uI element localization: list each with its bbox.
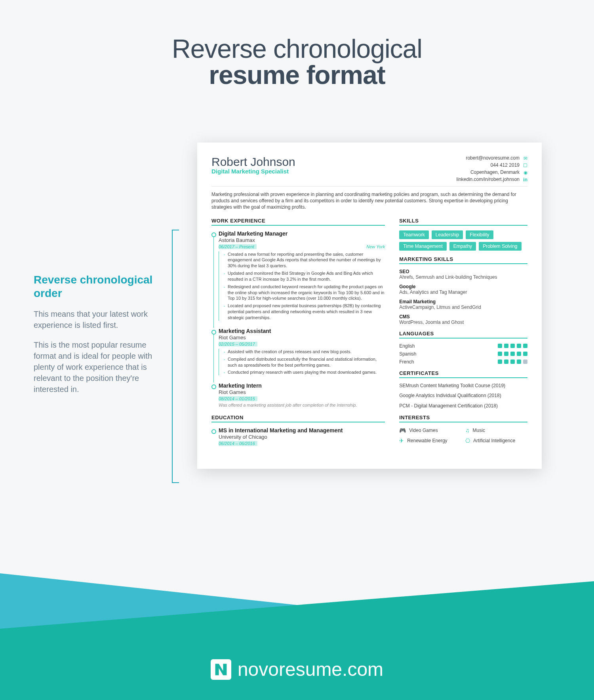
contact-location: Copenhagen, Denmark [470, 169, 520, 175]
lang-dot [504, 352, 508, 356]
skill-desc: Ads, Analytics and Tag Manager [399, 289, 527, 295]
resume-card: Robert Johnson Digital Marketing Special… [197, 143, 542, 469]
school: University of Chicago [219, 434, 385, 440]
section-skills: SKILLS [399, 218, 527, 226]
lang-dots [498, 360, 527, 364]
job-bullet: Created a new format for reporting and p… [224, 251, 385, 269]
lang-dot [523, 352, 527, 356]
skill-pill: Time Management [399, 242, 447, 251]
job-dates: 08/2014 – 01/2015 [219, 396, 257, 401]
job-entry: Digital Marketing Manager Astoria Baumax… [211, 230, 385, 321]
job-note: Was offered a marketing assistant job af… [219, 403, 385, 407]
interest-label: Music [473, 428, 485, 433]
certificate: Google Analytics Individual Qualificatio… [399, 393, 527, 399]
lang-dot [510, 344, 515, 348]
skill-name: SEO [399, 269, 527, 274]
skill-pill: Flexibility [466, 230, 493, 239]
section-certs: CERTIFICATES [399, 370, 527, 378]
certificate: SEMrush Content Marketing Toolkit Course… [399, 383, 527, 389]
marketing-skill: GoogleAds, Analytics and Tag Manager [399, 284, 527, 295]
soft-skill-pills: TeamworkLeadershipFlexibilityTime Manage… [399, 230, 527, 251]
contact-email: robert@novoresume.com [466, 155, 520, 161]
header-line1: Reverse chronological [0, 34, 594, 64]
contact-phone: 044 412 2019 [491, 162, 520, 168]
interest-item: ✈Renewable Energy [399, 438, 461, 444]
lang-dot [523, 344, 527, 348]
interest-item: ♫Music [465, 427, 527, 434]
job-bullets: Created a new format for reporting and p… [219, 251, 385, 321]
linkedin-icon: in [523, 177, 527, 182]
contact-linkedin: linkedin.com/in/robert.johnson [457, 177, 520, 182]
lang-dots [498, 352, 527, 356]
job-title: Marketing Intern [219, 382, 385, 389]
interest-icon: ⎔ [465, 438, 470, 444]
certificate: PCM - Digital Management Certification (… [399, 403, 527, 409]
lang-name: Spanish [399, 351, 416, 357]
lang-name: English [399, 343, 415, 349]
job-dates: 06/2017 – Present [219, 244, 257, 249]
section-languages: LANGUAGES [399, 331, 527, 339]
skill-name: CMS [399, 314, 527, 320]
lang-dot [517, 352, 521, 356]
section-interests: INTERESTS [399, 415, 527, 422]
callout-title: Reverse chronological order [34, 273, 164, 300]
job-entry: Marketing Assistant Riot Games 02/2015 –… [211, 328, 385, 375]
section-mkskills: MARKETING SKILLS [399, 256, 527, 264]
marketing-skill: SEOAhrefs, Semrush and Link-building Tec… [399, 269, 527, 280]
contact-block: robert@novoresume.com✉ 044 412 2019☐ Cop… [457, 155, 527, 184]
marketing-skill: CMSWordPress, Joomla and Ghost [399, 314, 527, 325]
logo-icon [211, 659, 231, 680]
lang-dot [504, 360, 508, 364]
skill-desc: Ahrefs, Semrush and Link-building Techni… [399, 274, 527, 280]
interest-label: Artificial Intelligence [473, 438, 515, 443]
language-row: Spanish [399, 351, 527, 357]
interest-icon: ♫ [465, 427, 470, 434]
job-bullet: Conducted primary research with users pl… [224, 369, 385, 375]
skill-desc: WordPress, Joomla and Ghost [399, 320, 527, 325]
job-bullet: Updated and monitored the Bid Strategy i… [224, 270, 385, 282]
callout-para2: This is the most popular resume format a… [34, 339, 164, 395]
lang-dot [523, 360, 527, 364]
interest-icon: ✈ [399, 438, 404, 444]
callout-para1: This means that your latest work experie… [34, 308, 164, 331]
skill-pill: Problem Solving [479, 242, 521, 251]
resume-summary: Marketing professional with proven exper… [211, 191, 527, 215]
lang-dot [510, 352, 515, 356]
skill-pill: Empathy [449, 242, 476, 251]
skill-name: Email Marketing [399, 299, 527, 304]
job-bullet: Compiled and distributed successfully th… [224, 356, 385, 368]
interest-item: 🎮Video Games [399, 427, 461, 434]
job-title: Digital Marketing Manager [219, 230, 385, 237]
job-location: New York [366, 244, 385, 249]
language-row: French [399, 359, 527, 365]
pin-icon: ◉ [523, 170, 527, 175]
brand-text: novoresume.com [238, 658, 383, 680]
education-entry: MS in International Marketing and Manage… [211, 427, 385, 446]
lang-name: French [399, 359, 414, 365]
language-row: English [399, 343, 527, 349]
lang-dot [504, 344, 508, 348]
job-bullets: Assisted with the creation of press rele… [219, 349, 385, 375]
job-dates: 02/2015 – 05/2017 [219, 342, 257, 346]
phone-icon: ☐ [523, 163, 527, 167]
skill-desc: ActiveCampaign, Litmus and SendGrid [399, 304, 527, 310]
job-bullet: Redesigned and conducted keyword researc… [224, 284, 385, 302]
bracket-line [172, 230, 179, 483]
job-title: Marketing Assistant [219, 328, 385, 334]
edu-dates: 06/2014 – 06/2016 [219, 441, 257, 446]
skill-name: Google [399, 284, 527, 289]
lang-dot [498, 344, 502, 348]
interest-item: ⎔Artificial Intelligence [465, 438, 527, 444]
skill-pill: Leadership [432, 230, 463, 239]
skill-pill: Teamwork [399, 230, 429, 239]
lang-dot [498, 352, 502, 356]
interest-label: Video Games [409, 428, 438, 433]
job-bullet: Located and proposed new potential busin… [224, 303, 385, 321]
section-work: WORK EXPERIENCE [211, 218, 385, 226]
sidebar-callout: Reverse chronological order This means t… [34, 273, 164, 395]
lang-dots [498, 344, 527, 348]
degree: MS in International Marketing and Manage… [219, 427, 385, 434]
job-company: Riot Games [219, 389, 385, 395]
job-bullet: Assisted with the creation of press rele… [224, 349, 385, 355]
mail-icon: ✉ [523, 156, 527, 160]
